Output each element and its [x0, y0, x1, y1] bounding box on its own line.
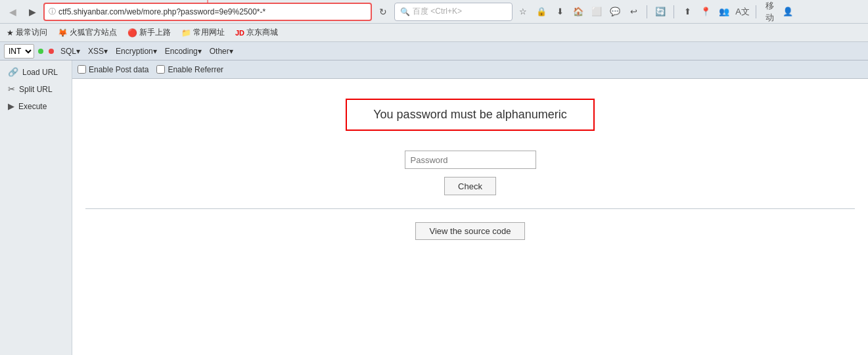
load-url-label: Load URL	[22, 68, 58, 77]
split-url-item[interactable]: ✂ Split URL	[3, 81, 69, 97]
upload-button[interactable]: ⬆	[679, 4, 695, 20]
divider2	[674, 5, 674, 18]
load-url-icon: 🔗	[8, 67, 18, 77]
sync-button[interactable]: 🔄	[652, 4, 668, 20]
bookmark-common[interactable]: 📁 常用网址	[179, 26, 227, 39]
enable-post-text: Enable Post data	[89, 65, 148, 74]
lock-icon: ⓘ	[49, 7, 56, 16]
dot-red	[49, 49, 54, 54]
other-menu[interactable]: Other▾	[207, 46, 236, 57]
sql-menu[interactable]: SQL▾	[58, 46, 83, 57]
circle-icon: 🔴	[127, 28, 137, 37]
bookmark-jd[interactable]: JD 京东商城	[233, 26, 281, 39]
split-url-icon: ✂	[8, 84, 15, 94]
location-button[interactable]: 📍	[698, 4, 714, 20]
error-box: You password must be alphanumeric	[346, 99, 595, 131]
bookmark-label: 新手上路	[139, 27, 171, 38]
mobile-label: 移动	[762, 0, 777, 24]
password-input[interactable]	[405, 151, 536, 169]
red-arrow: ↑	[205, 0, 211, 6]
dot-green	[38, 49, 43, 54]
divider	[647, 5, 647, 18]
translate-button[interactable]: A文	[735, 4, 750, 20]
bookmark-label: 火狐官方站点	[70, 27, 117, 38]
enable-post-label[interactable]: Enable Post data	[78, 65, 148, 74]
split-url-label: Split URL	[19, 85, 53, 94]
sidebar: 🔗 Load URL ✂ Split URL ▶ Execute	[0, 60, 72, 355]
search-icon: 🔍	[400, 7, 410, 16]
bookmarks-bar: ★ 最常访问 🦊 火狐官方站点 🔴 新手上路 📁 常用网址 JD 京东商城	[0, 24, 868, 42]
source-code-button[interactable]: View the source code	[415, 222, 524, 240]
enable-referrer-checkbox[interactable]	[156, 65, 165, 74]
page-content: Enable Post data Enable Referrer You pas…	[72, 60, 868, 355]
enable-referrer-text: Enable Referrer	[168, 65, 223, 74]
chat-button[interactable]: 💬	[607, 4, 623, 20]
encryption-menu[interactable]: Encryption▾	[113, 46, 160, 57]
address-input[interactable]	[58, 7, 367, 16]
home-button[interactable]: 🏠	[570, 4, 586, 20]
people-button[interactable]: 👥	[716, 4, 732, 20]
bookmark-newbie[interactable]: 🔴 新手上路	[125, 26, 173, 39]
back-button[interactable]: ◀	[4, 3, 21, 20]
forward-button[interactable]: ▶	[24, 3, 41, 20]
search-placeholder: 百度 <Ctrl+K>	[413, 6, 462, 17]
type-select[interactable]: INT	[4, 44, 34, 59]
firefox-icon: 🦊	[58, 28, 68, 37]
hackbar-menu: SQL▾ XSS▾ Encryption▾ Encoding▾ Other▾	[58, 46, 236, 57]
mobile-button[interactable]: 移动	[762, 4, 777, 20]
bookmark-label: 常用网址	[193, 27, 225, 38]
bookmark-label: 最常访问	[16, 27, 47, 38]
content-area: You password must be alphanumeric Check …	[72, 79, 868, 355]
profile-button[interactable]: 👤	[780, 4, 796, 20]
main-area: 🔗 Load URL ✂ Split URL ▶ Execute Enable …	[0, 60, 868, 355]
check-button-label: Check	[458, 181, 482, 191]
check-button[interactable]: Check	[444, 177, 496, 195]
hackbar: INT SQL▾ XSS▾ Encryption▾ Encoding▾ Othe…	[0, 42, 868, 60]
execute-item[interactable]: ▶ Execute	[3, 98, 69, 114]
star-icon: ★	[7, 28, 14, 37]
address-bar-container: ⓘ ↑	[43, 3, 372, 21]
browser-window: ◀ ▶ ⓘ ↑ ↻ 🔍 百度 <Ctrl+K> ☆ 🔒 ⬇ 🏠 ⬜ 💬 ↩ 🔄 …	[0, 0, 868, 355]
error-message: You password must be alphanumeric	[373, 108, 567, 121]
jd-icon: JD	[235, 29, 244, 37]
postdata-bar: Enable Post data Enable Referrer	[72, 60, 868, 79]
bookmark-label: 京东商城	[246, 27, 278, 38]
folder-icon: 📁	[181, 28, 191, 37]
execute-icon: ▶	[8, 101, 14, 111]
enable-referrer-label[interactable]: Enable Referrer	[156, 65, 223, 74]
horizontal-divider	[85, 208, 855, 209]
xss-menu[interactable]: XSS▾	[85, 46, 110, 57]
bookmark-frequently-visited[interactable]: ★ 最常访问	[4, 26, 50, 39]
undo-button[interactable]: ↩	[626, 4, 641, 20]
refresh-button[interactable]: ↻	[375, 3, 392, 20]
source-code-label: View the source code	[429, 226, 511, 236]
nav-bar: ◀ ▶ ⓘ ↑ ↻ 🔍 百度 <Ctrl+K> ☆ 🔒 ⬇ 🏠 ⬜ 💬 ↩ 🔄 …	[0, 0, 868, 24]
search-bar[interactable]: 🔍 百度 <Ctrl+K>	[394, 3, 513, 21]
load-url-item[interactable]: 🔗 Load URL	[3, 64, 69, 80]
divider3	[756, 5, 756, 18]
bookmark-star-button[interactable]: ☆	[515, 4, 531, 20]
bookmark-firefox[interactable]: 🦊 火狐官方站点	[55, 26, 120, 39]
lock-button[interactable]: 🔒	[534, 4, 549, 20]
tab-button[interactable]: ⬜	[589, 4, 605, 20]
execute-label: Execute	[18, 102, 47, 111]
enable-post-checkbox[interactable]	[78, 65, 86, 74]
encoding-menu[interactable]: Encoding▾	[162, 46, 204, 57]
download-button[interactable]: ⬇	[552, 4, 568, 20]
